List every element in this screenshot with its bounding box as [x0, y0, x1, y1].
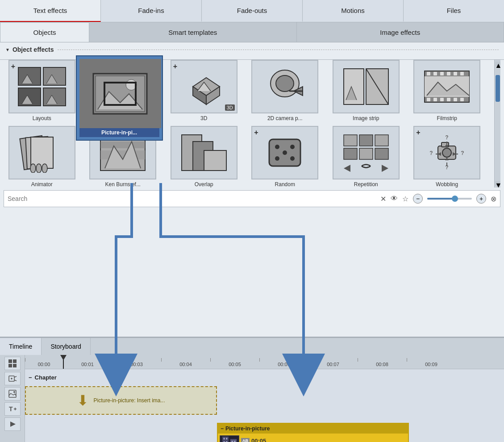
svg-point-46: [283, 150, 287, 155]
svg-marker-56: [344, 165, 350, 172]
svg-rect-43: [204, 150, 226, 171]
random-label: Random: [275, 181, 295, 188]
insert-clip[interactable]: ⬇ Picture-in-picture: Insert ima...: [25, 386, 217, 415]
effect-image-strip[interactable]: Image strip: [328, 60, 404, 121]
tool-play[interactable]: [4, 417, 21, 431]
svg-rect-22: [447, 72, 450, 75]
tab-timeline[interactable]: Timeline: [0, 338, 42, 355]
add-text-icon: T: [8, 404, 17, 413]
ab-badge: AB: [241, 438, 250, 442]
svg-rect-40: [100, 150, 145, 159]
animator-icon: [17, 133, 67, 173]
svg-rect-21: [440, 72, 444, 75]
svg-text:?: ?: [446, 134, 449, 141]
effect-wobbling[interactable]: + ? ? ? ?: [409, 126, 486, 188]
tab-motions[interactable]: Motions: [303, 0, 404, 22]
effect-animator[interactable]: Animator: [4, 126, 80, 188]
slider-minus-btn[interactable]: −: [413, 194, 423, 204]
plus-icon: +: [11, 63, 15, 71]
tab-storyboard[interactable]: Storyboard: [42, 338, 90, 355]
svg-rect-54: [359, 148, 373, 159]
random-icon: [260, 133, 309, 173]
effect-overlap[interactable]: Overlap: [166, 126, 242, 188]
slider-handle[interactable]: [452, 196, 458, 202]
pip-clip[interactable]: − Picture-in-picture: [217, 423, 409, 442]
tool-add-video[interactable]: [4, 372, 21, 385]
chapter-collapse[interactable]: −: [29, 374, 32, 381]
effect-random[interactable]: + Random: [247, 126, 324, 188]
ruler-mark-9: 00:09: [407, 362, 456, 367]
effect-filmstrip[interactable]: Filmstrip: [409, 60, 486, 121]
svg-rect-50: [344, 135, 357, 146]
scroll-thumb[interactable]: [496, 75, 500, 102]
star-icon[interactable]: ☆: [402, 195, 408, 203]
search-input[interactable]: [8, 195, 380, 202]
clear-icon[interactable]: ✕: [380, 195, 386, 203]
playhead-head: [60, 355, 67, 360]
tool-add-text[interactable]: T: [4, 402, 21, 416]
wobbling-icon: ? ? ? ?: [422, 133, 471, 173]
effect-picture-in-picture[interactable]: Picture-in-pi... Picture-in-pi...: [85, 60, 162, 121]
top-tabs-row: Text effects Fade-ins Fade-outs Motions …: [0, 0, 504, 22]
arrow-down-icon: ⬇: [77, 392, 89, 409]
tab-image-effects[interactable]: Image effects: [297, 22, 504, 42]
3d-plus-icon: +: [173, 63, 177, 71]
tool-grid[interactable]: [4, 357, 21, 370]
svg-rect-52: [375, 135, 388, 146]
svg-rect-76: [13, 364, 17, 367]
eye-icon[interactable]: 👁: [391, 195, 398, 203]
tab-smart-templates[interactable]: Smart templates: [89, 22, 297, 42]
grid-icon: [8, 359, 17, 368]
tab-objects[interactable]: Objects: [0, 22, 89, 42]
effect-2d-camera[interactable]: 2D camera p...: [247, 60, 324, 121]
search-bar: ✕ 👁 ☆ − + ⊗: [4, 190, 500, 207]
repetition-icon: [342, 133, 391, 173]
timeline-content: T: [0, 355, 504, 442]
clip-body: AB 00:05 architecture_chicago.png: [218, 434, 408, 442]
zoom-slider[interactable]: [427, 198, 472, 200]
ruler-mark-0: 00:00: [25, 362, 63, 367]
svg-rect-95: [224, 438, 225, 440]
2d-camera-icon: [260, 67, 309, 107]
svg-point-47: [290, 145, 295, 149]
settings-icon[interactable]: ⊗: [491, 195, 496, 203]
effect-repetition[interactable]: Repetition: [328, 126, 404, 188]
timeline-tracks: − Chapter ⬇ Picture-in-picture: Insert i…: [25, 369, 504, 442]
scroll-up[interactable]: ▲: [495, 62, 500, 66]
chapter-label: Chapter: [35, 374, 57, 381]
tab-fade-outs[interactable]: Fade-outs: [202, 0, 303, 22]
ruler-mark-3: 00:03: [112, 362, 161, 367]
ruler-mark-8: 00:08: [358, 362, 407, 367]
track-2: − Picture-in-picture: [25, 417, 504, 442]
layouts-label: Layouts: [33, 115, 51, 121]
section-divider: [58, 50, 499, 50]
tab-text-effects[interactable]: Text effects: [0, 0, 101, 22]
3d-icon: [179, 67, 229, 107]
second-tabs-row: Objects Smart templates Image effects: [0, 22, 504, 42]
svg-rect-25: [427, 98, 430, 101]
add-video-icon: [8, 374, 17, 383]
tool-add-image[interactable]: [4, 387, 21, 400]
svg-marker-91: [10, 421, 16, 427]
thumb-image: [220, 435, 239, 442]
clip-collapse[interactable]: −: [221, 425, 224, 432]
repetition-label: Repetition: [354, 181, 378, 188]
scroll-down[interactable]: ▼: [495, 181, 500, 186]
random-plus: +: [254, 129, 258, 137]
svg-rect-26: [433, 98, 437, 101]
tab-files[interactable]: Files: [404, 0, 504, 22]
svg-rect-20: [433, 72, 437, 75]
svg-text:?: ?: [461, 150, 464, 156]
svg-line-84: [11, 393, 13, 395]
popup-label: Picture-in-pi...: [79, 128, 159, 137]
animator-label: Animator: [31, 181, 53, 188]
slider-plus-btn[interactable]: +: [476, 194, 486, 204]
tab-fade-ins[interactable]: Fade-ins: [101, 0, 202, 22]
scroll-bar[interactable]: ▲ ▼: [494, 60, 500, 188]
effect-layouts[interactable]: + Layouts: [4, 60, 80, 121]
svg-rect-51: [359, 135, 373, 146]
svg-rect-30: [460, 98, 464, 101]
ruler-mark-6: 00:06: [259, 362, 308, 367]
svg-point-49: [290, 156, 295, 161]
effect-3d[interactable]: + 3D 3D: [166, 60, 242, 121]
